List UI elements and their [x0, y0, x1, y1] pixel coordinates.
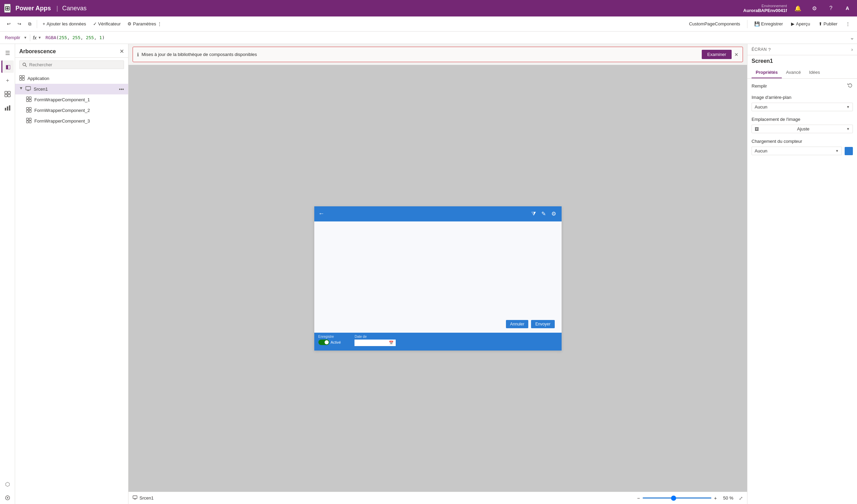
svg-rect-5 — [7, 106, 8, 111]
formula-bar-separator — [30, 34, 30, 41]
waffle-menu-icon[interactable]: ⊞ — [4, 4, 11, 13]
settings-gear-icon[interactable]: ⚙ — [809, 3, 820, 14]
svg-rect-1 — [8, 91, 10, 94]
svg-rect-24 — [29, 110, 31, 112]
chargement-dropdown[interactable]: Aucun ▼ — [752, 147, 842, 155]
add-data-button[interactable]: + Ajouter les données — [40, 20, 89, 28]
tab-proprietes[interactable]: Propriétés — [752, 67, 782, 78]
svg-point-9 — [23, 63, 26, 66]
svg-rect-29 — [133, 496, 137, 499]
copy-button[interactable]: ⧉ — [25, 20, 34, 28]
sidebar-components-icon[interactable]: ⬡ — [1, 478, 14, 490]
remplir-reset-button[interactable] — [847, 83, 853, 89]
formula-bar: Remplir ▼ fx ▼ RGBA(255, 255, 255, 1) ⌄ — [0, 32, 857, 44]
tree-item-form3[interactable]: FormWrapperComponent_3 — [15, 116, 128, 126]
top-bar-right: Environnement AuroraBAPEnv0041f 🔔 ⚙ ? A — [743, 3, 853, 14]
zoom-plus-button[interactable]: + — [714, 495, 717, 501]
app-subtitle: Canevas — [62, 5, 87, 12]
tree-item-application[interactable]: Application — [15, 73, 128, 84]
sidebar-menu-icon[interactable]: ☰ — [1, 47, 14, 59]
toggle-thumb — [325, 340, 329, 344]
remplir-row: Remplir — [752, 83, 853, 89]
zoom-slider[interactable] — [643, 497, 711, 499]
verifier-button[interactable]: ✓ Vérificateur — [90, 20, 124, 28]
notification-close-button[interactable]: ✕ — [734, 52, 738, 57]
image-arriere-value: Aucun — [755, 104, 767, 110]
chargement-label: Chargement du compteur — [752, 139, 853, 144]
canvas-back-button[interactable]: ← — [318, 210, 325, 217]
screen1-more-button[interactable]: ••• — [119, 87, 124, 92]
canvas-envoyer-button[interactable]: Envoyer — [531, 320, 554, 328]
play-icon: ▶ — [791, 21, 794, 26]
sidebar-layers-icon[interactable]: ◧ — [1, 60, 14, 73]
publier-button[interactable]: ⬆ Publier — [816, 20, 840, 28]
right-panel-expand-button[interactable]: › — [851, 47, 853, 52]
notification-bell-icon[interactable]: 🔔 — [792, 3, 803, 14]
apercu-button[interactable]: ▶ Aperçu — [788, 20, 813, 28]
tab-idees[interactable]: Idées — [805, 67, 824, 78]
image-arriere-section: Image d'arrière-plan Aucun ▼ — [752, 95, 853, 111]
sidebar-add-icon[interactable]: ＋ — [1, 74, 14, 87]
svg-rect-26 — [29, 118, 31, 120]
canvas-screen[interactable]: ← ⧩ ✎ ⚙ Annuler Envoyer — [314, 206, 562, 351]
help-question-icon[interactable]: ? — [825, 3, 836, 14]
footer-toggle[interactable]: Activé — [318, 340, 341, 345]
zoom-expand-button[interactable]: ⤢ — [739, 495, 743, 501]
tree-close-button[interactable]: ✕ — [120, 48, 124, 55]
search-icon — [22, 62, 27, 67]
undo-button[interactable]: ↩ — [4, 20, 13, 28]
sidebar-data-icon[interactable] — [1, 88, 14, 100]
tree-items: Application ▶ Srcen1 ••• FormWrapperComp… — [15, 72, 128, 504]
property-dropdown-chevron[interactable]: ▼ — [24, 36, 27, 39]
app-title: Power Apps — [15, 5, 51, 12]
expand-chevron-icon: ▶ — [20, 87, 23, 91]
canvas-filter-icon[interactable]: ⧩ — [531, 211, 536, 217]
emplacement-image-dropdown[interactable]: 🖼 Ajuste ▼ — [752, 125, 853, 133]
footer-date-input[interactable]: 📅 — [354, 340, 396, 346]
redo-button[interactable]: ↪ — [15, 20, 24, 28]
tree-item-form2[interactable]: FormWrapperComponent_2 — [15, 105, 128, 116]
canvas-footer: Enregistre Activé Date de — [314, 333, 562, 351]
upload-icon: ⬆ — [819, 21, 822, 26]
emplacement-chevron: ▼ — [846, 127, 850, 131]
chargement-row: Aucun ▼ — [752, 147, 853, 155]
svg-rect-23 — [26, 110, 29, 112]
formula-input[interactable]: RGBA(255, 255, 255, 1) — [43, 35, 849, 40]
screen1-label: Srcen1 — [34, 87, 48, 92]
svg-rect-6 — [9, 105, 10, 111]
canvas-edit-icon[interactable]: ✎ — [541, 210, 546, 217]
canvas-annuler-button[interactable]: Annuler — [506, 320, 528, 328]
zoom-minus-button[interactable]: − — [637, 495, 640, 501]
toolbar-right: CustomPageComponents 💾 Enregistrer ▶ Ape… — [686, 20, 853, 28]
canvas-settings-icon[interactable]: ⚙ — [551, 210, 556, 217]
examiner-button[interactable]: Examiner — [702, 50, 732, 59]
canvas-wrapper: ℹ Mises à jour de la bibliothèque de com… — [128, 44, 747, 504]
image-arriere-dropdown[interactable]: Aucun ▼ — [752, 103, 853, 111]
right-panel-body: Remplir Image d'arrière-plan Aucun ▼ Emp… — [747, 79, 857, 504]
tree-item-screen1[interactable]: ▶ Srcen1 ••• — [15, 84, 128, 94]
sidebar-chart-icon[interactable] — [1, 102, 14, 114]
tree-item-form1[interactable]: FormWrapperComponent_1 — [15, 94, 128, 105]
property-selector[interactable]: Remplir — [3, 35, 22, 40]
chargement-color-swatch[interactable] — [845, 147, 853, 155]
more-options-icon[interactable]: ⋮ — [843, 20, 853, 28]
enregistrer-button[interactable]: 💾 Enregistrer — [752, 20, 786, 28]
sidebar-tools-icon[interactable] — [1, 492, 14, 504]
top-nav-bar: ⊞ Power Apps | Canevas Environnement Aur… — [0, 0, 857, 16]
tree-search-input[interactable] — [29, 62, 121, 67]
tab-avance[interactable]: Avancé — [782, 67, 805, 78]
user-avatar[interactable]: A — [842, 3, 853, 14]
main-layout: ☰ ◧ ＋ ⬡ Arborescence ✕ — [0, 44, 857, 504]
canvas-background: ← ⧩ ✎ ⚙ Annuler Envoyer — [128, 65, 747, 492]
tree-search-box[interactable] — [19, 60, 124, 69]
fx-chevron-icon[interactable]: ▼ — [38, 36, 42, 39]
screen1-icon — [25, 86, 32, 92]
right-panel-help-button[interactable]: ? — [768, 47, 771, 52]
chargement-chevron: ▼ — [835, 149, 839, 153]
emplacement-image-icon: 🖼 — [755, 127, 759, 131]
tree-title: Arborescence — [19, 48, 56, 55]
form3-icon — [26, 118, 32, 124]
formula-expand-button[interactable]: ⌄ — [850, 34, 854, 41]
toggle-track[interactable] — [318, 340, 329, 345]
parametres-button[interactable]: ⚙ Paramètres ⋮ — [125, 20, 165, 28]
